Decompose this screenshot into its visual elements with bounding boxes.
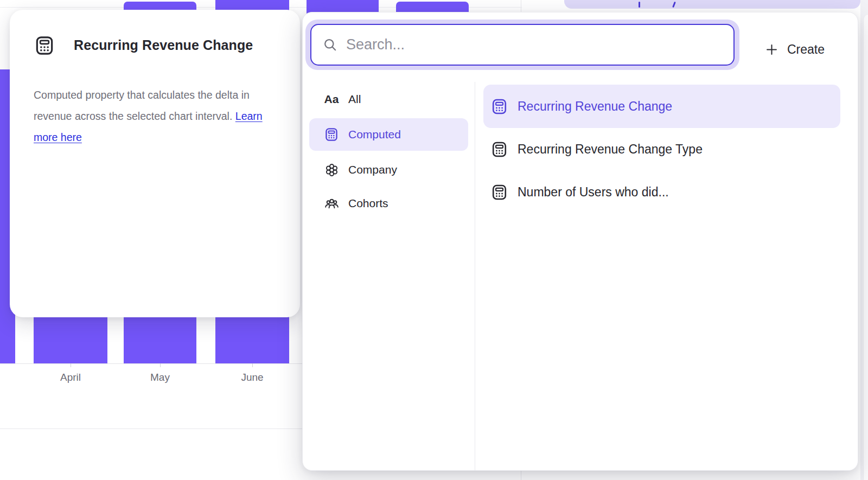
calculator-icon — [490, 140, 508, 158]
search-icon — [323, 37, 337, 52]
x-axis-line — [0, 363, 303, 364]
filter-label: All — [348, 93, 361, 106]
property-picker-modal: Create Aa All Computed — [302, 12, 858, 471]
cohorts-people-icon — [323, 195, 340, 212]
plus-icon — [764, 42, 779, 57]
background-panel-corner — [863, 15, 868, 480]
result-item-number-of-users-who-did[interactable]: Number of Users who did... — [483, 170, 840, 214]
tooltip-description: Computed property that calculates the de… — [34, 85, 270, 148]
clipped-text-fragment — [672, 2, 676, 8]
calculator-icon — [490, 183, 508, 201]
create-button[interactable]: Create — [760, 34, 829, 65]
section-divider-line — [0, 428, 303, 429]
filter-item-company[interactable]: Company — [309, 154, 468, 185]
search-focus-halo — [305, 20, 739, 70]
result-item-recurring-revenue-change-type[interactable]: Recurring Revenue Change Type — [483, 127, 840, 171]
x-axis-label-april: April — [46, 372, 95, 383]
create-button-label: Create — [787, 42, 825, 57]
filter-label: Computed — [348, 128, 401, 141]
filter-item-cohorts[interactable]: Cohorts — [309, 188, 468, 219]
axis-tick-april — [71, 363, 71, 367]
text-aa-icon: Aa — [323, 91, 340, 107]
tooltip-title: Recurring Revenue Change — [74, 37, 253, 53]
calculator-icon — [323, 126, 340, 143]
tooltip-description-text: Computed property that calculates the de… — [34, 89, 250, 122]
x-axis-label-may: May — [136, 372, 184, 383]
clipped-text-fragment — [639, 2, 640, 8]
filter-item-computed[interactable]: Computed — [309, 118, 468, 151]
search-input[interactable] — [345, 36, 728, 54]
result-label: Recurring Revenue Change — [518, 99, 672, 114]
result-label: Number of Users who did... — [518, 185, 669, 200]
result-item-recurring-revenue-change[interactable]: Recurring Revenue Change — [483, 85, 840, 128]
clipped-property-chip — [564, 0, 860, 9]
company-cluster-icon — [323, 162, 340, 178]
filter-label: Cohorts — [348, 197, 388, 210]
property-tooltip-card: Recurring Revenue Change Computed proper… — [10, 10, 300, 317]
filter-item-all[interactable]: Aa All — [309, 84, 468, 115]
filter-label: Company — [348, 163, 397, 176]
x-axis-label-june: June — [228, 372, 277, 383]
axis-tick-june — [252, 363, 253, 367]
column-divider — [475, 82, 475, 471]
result-label: Recurring Revenue Change Type — [518, 142, 703, 157]
axis-tick-may — [160, 363, 161, 367]
calculator-icon — [490, 98, 508, 116]
app-screen: April May June Recurring Revenue Change … — [0, 0, 868, 480]
calculator-icon — [34, 35, 55, 56]
search-field[interactable] — [310, 24, 735, 66]
